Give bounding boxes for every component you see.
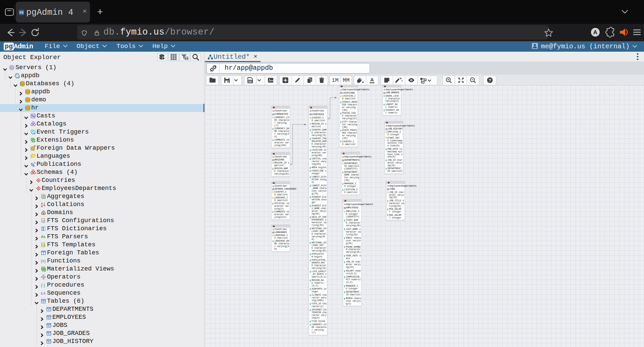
svg-text:1.3: 1.3 [41, 291, 45, 295]
svg-text:B: B [41, 205, 43, 207]
svg-text:A: A [593, 29, 597, 36]
svg-text:(≡): (≡) [41, 259, 46, 263]
svg-text:{·}: {·} [41, 283, 45, 288]
svg-text:Aa: Aa [41, 235, 45, 239]
svg-text:SQL: SQL [248, 80, 252, 82]
svg-text:A: A [370, 77, 374, 83]
svg-text:?: ? [489, 78, 491, 83]
